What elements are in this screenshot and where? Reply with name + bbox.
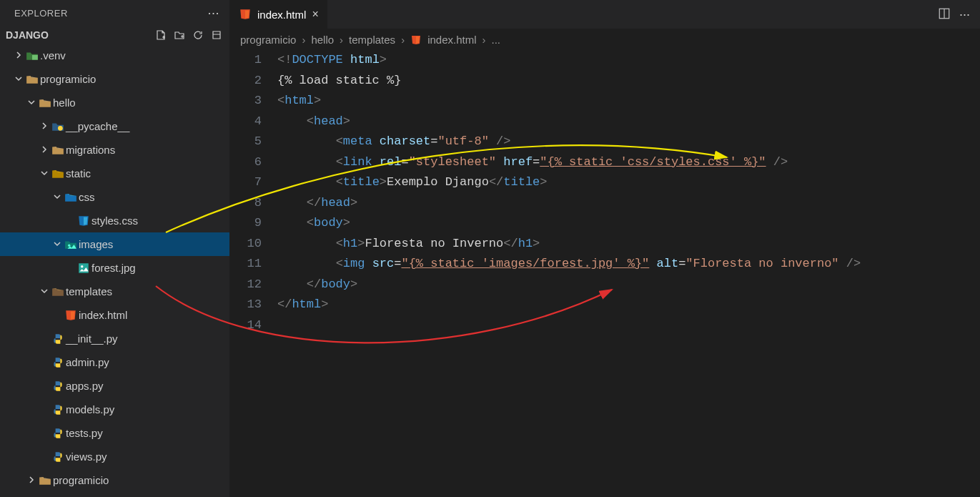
folder-img-icon <box>63 238 79 251</box>
tree-item-apps-py[interactable]: apps.py <box>0 374 229 398</box>
tree-item-label: css <box>79 191 95 203</box>
svg-point-1 <box>58 125 63 130</box>
split-editor-icon[interactable] <box>938 7 951 20</box>
tree-item-tests-py[interactable]: tests.py <box>0 421 229 445</box>
tab-index-html[interactable]: index.html × <box>230 0 328 29</box>
tree-item--init-py[interactable]: __init__.py <box>0 327 229 350</box>
folder-css-icon <box>63 191 79 204</box>
chevron-right-icon: › <box>401 34 405 46</box>
tree-item-admin-py[interactable]: admin.py <box>0 350 229 374</box>
refresh-icon[interactable] <box>192 29 204 41</box>
code-line[interactable]: </head> <box>277 193 980 214</box>
explorer-title: EXPLORER <box>14 8 68 19</box>
svg-rect-3 <box>79 263 89 273</box>
code-line[interactable] <box>277 315 980 336</box>
py-file-icon <box>50 356 66 369</box>
chevron-down-icon <box>26 97 37 109</box>
code-line[interactable]: <h1>Floresta no Inverno</h1> <box>277 234 980 255</box>
svg-point-4 <box>81 265 83 267</box>
close-icon[interactable]: × <box>312 8 318 21</box>
chevron-down-icon <box>39 168 50 179</box>
tree-item-forest-jpg[interactable]: forest.jpg <box>0 256 229 280</box>
code-line[interactable]: <html> <box>277 91 980 112</box>
project-row[interactable]: DJANGO <box>0 26 229 44</box>
chevron-down-icon <box>13 74 24 85</box>
code-line[interactable]: <img src="{% static 'images/forest.jpg' … <box>277 254 980 275</box>
more-icon[interactable]: ··· <box>959 7 970 22</box>
chevron-down-icon <box>51 192 63 203</box>
breadcrumb-segment[interactable]: programicio <box>240 34 296 46</box>
breadcrumb-segment[interactable]: index.html <box>427 34 476 46</box>
chevron-right-icon <box>13 50 24 61</box>
file-tree: .venvprogramiciohello__pycache__migratio… <box>0 44 229 497</box>
tree-item-label: static <box>66 167 91 179</box>
new-file-icon[interactable] <box>155 29 167 41</box>
breadcrumb-segment[interactable]: templates <box>349 34 395 46</box>
tree-item-label: programicio <box>53 474 109 486</box>
chevron-right-icon <box>26 475 37 486</box>
breadcrumb[interactable]: programicio›hello›templates›index.html›.… <box>230 29 980 50</box>
folder-yellow-icon <box>50 167 66 180</box>
tree-item-images[interactable]: images <box>0 232 229 256</box>
tree-item-label: models.py <box>66 403 114 415</box>
img-file-icon <box>76 262 91 275</box>
tree-item-static[interactable]: static <box>0 162 229 185</box>
py-file-icon <box>50 427 66 440</box>
folder-py-icon <box>50 120 66 133</box>
code-line[interactable]: <link rel="stylesheet" href="{% static '… <box>277 152 980 173</box>
chevron-right-icon: › <box>302 34 305 46</box>
code-area[interactable]: <!DOCTYPE html>{% load static %}<html> <… <box>277 50 980 497</box>
tree-item-programicio[interactable]: programicio <box>0 468 229 492</box>
code-line[interactable]: <head> <box>277 112 980 132</box>
chevron-down-icon <box>51 239 63 250</box>
tree-item-label: forest.jpg <box>91 262 136 274</box>
tree-item-label: templates <box>66 285 112 297</box>
code-line[interactable]: <meta charset="utf-8" /> <box>277 132 980 152</box>
tree-item-index-html[interactable]: index.html <box>0 303 229 327</box>
tree-item--pycache-[interactable]: __pycache__ <box>0 114 229 138</box>
svg-point-2 <box>68 244 70 246</box>
code-line[interactable]: <!DOCTYPE html> <box>277 50 980 71</box>
collapse-icon[interactable] <box>211 29 222 41</box>
tree-item-migrations[interactable]: migrations <box>0 138 229 162</box>
html-file-icon <box>410 33 422 46</box>
chevron-right-icon: › <box>482 34 486 46</box>
tree-item-css[interactable]: css <box>0 185 229 209</box>
tree-item-models-py[interactable]: models.py <box>0 398 229 421</box>
code-line[interactable]: <title>Exemplo Django</title> <box>277 172 980 193</box>
tree-item-label: index.html <box>79 309 127 321</box>
explorer-header: EXPLORER ··· <box>0 0 229 26</box>
new-folder-icon[interactable] <box>174 29 185 41</box>
tree-item--venv[interactable]: .venv <box>0 44 229 67</box>
editor[interactable]: 1234567891011121314 <!DOCTYPE html>{% lo… <box>230 50 980 497</box>
tab-label: index.html <box>257 9 306 21</box>
tree-item-templates[interactable]: templates <box>0 280 229 303</box>
code-line[interactable]: </body> <box>277 275 980 295</box>
tree-item-hello[interactable]: hello <box>0 91 229 114</box>
py-file-icon <box>50 380 66 393</box>
tree-item-label: views.py <box>66 451 107 463</box>
tree-item-programicio[interactable]: programicio <box>0 67 229 91</box>
folder-icon <box>24 73 40 86</box>
tree-item-label: migrations <box>66 144 115 156</box>
svg-rect-0 <box>32 54 38 59</box>
tree-item-styles-css[interactable]: styles.css <box>0 209 229 232</box>
tree-item-label: __init__.py <box>66 333 118 345</box>
tree-item-label: programicio <box>40 73 96 85</box>
tree-item-label: tests.py <box>66 427 103 439</box>
breadcrumb-segment[interactable]: ... <box>492 34 501 46</box>
code-line[interactable]: </html> <box>277 295 980 315</box>
html-file-icon <box>63 309 79 322</box>
folder-icon <box>37 474 53 487</box>
tab-bar: index.html × ··· <box>230 0 980 29</box>
more-icon[interactable]: ··· <box>207 6 219 21</box>
tree-item-label: hello <box>53 97 76 109</box>
code-line[interactable]: <body> <box>277 213 980 234</box>
sidebar: EXPLORER ··· DJANGO .venvprogramiciohell… <box>0 0 230 497</box>
code-line[interactable]: {% load static %} <box>277 71 980 92</box>
chevron-right-icon <box>39 121 50 132</box>
tree-item-views-py[interactable]: views.py <box>0 445 229 468</box>
breadcrumb-segment[interactable]: hello <box>311 34 334 46</box>
py-file-icon <box>50 451 66 463</box>
folder-icon <box>50 144 66 157</box>
